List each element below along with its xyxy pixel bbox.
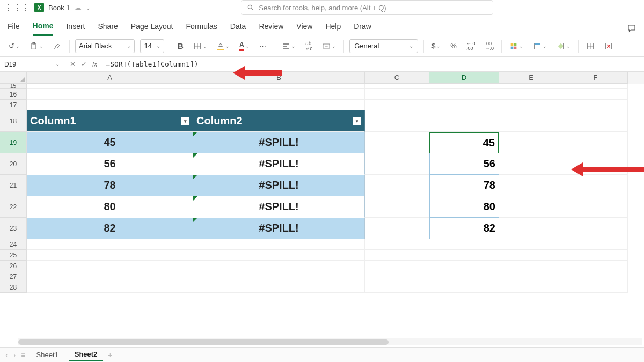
spreadsheet-grid[interactable]: A B C D E F 15 16 17 18 Column1▾ Column2… xyxy=(0,72,644,345)
currency-button[interactable]: $⌄ xyxy=(429,41,443,51)
menu-draw[interactable]: Draw xyxy=(354,22,371,35)
undo-button[interactable]: ↺⌄ xyxy=(6,41,22,51)
col-header-F[interactable]: F xyxy=(564,72,628,84)
comments-icon[interactable] xyxy=(627,24,636,33)
row-header[interactable]: 22 xyxy=(0,196,27,218)
cell[interactable] xyxy=(429,239,499,250)
cell[interactable] xyxy=(27,89,193,100)
wrap-text-button[interactable]: ab⤶c xyxy=(303,40,314,53)
sheet-nav-prev[interactable]: ‹ xyxy=(5,351,8,359)
cell[interactable] xyxy=(564,218,628,239)
cell[interactable]: 45 xyxy=(27,132,193,153)
cell[interactable] xyxy=(365,153,429,175)
cell[interactable] xyxy=(27,261,193,271)
filter-dropdown-icon[interactable]: ▾ xyxy=(353,117,361,125)
cell[interactable] xyxy=(193,261,365,271)
cell[interactable] xyxy=(564,89,628,100)
cell[interactable]: 56 xyxy=(27,153,193,175)
sheet-tab-1[interactable]: Sheet1 xyxy=(31,349,64,361)
cell[interactable] xyxy=(564,110,628,132)
borders-button[interactable]: ⌄ xyxy=(191,41,209,51)
cell[interactable] xyxy=(429,261,499,271)
font-color-button[interactable]: A⌄ xyxy=(237,40,252,52)
cell[interactable] xyxy=(365,239,429,250)
filter-dropdown-icon[interactable]: ▾ xyxy=(181,117,189,125)
cell-styles-button[interactable]: ⌄ xyxy=(554,41,573,51)
row-header[interactable]: 20 xyxy=(0,153,27,175)
font-name-select[interactable]: Arial Black⌄ xyxy=(75,39,135,53)
cell[interactable] xyxy=(365,250,429,261)
row-header[interactable]: 19 xyxy=(0,132,27,153)
cell[interactable] xyxy=(429,110,499,132)
table-header-col2[interactable]: Column2▾ xyxy=(193,110,365,132)
cell[interactable] xyxy=(27,271,193,282)
formula-input[interactable]: =SORT(Table1[Column1]) xyxy=(103,60,644,68)
menu-home[interactable]: Home xyxy=(33,21,54,36)
cell[interactable]: 56 xyxy=(429,153,499,175)
active-cell[interactable]: 45 xyxy=(429,132,499,153)
menu-file[interactable]: File xyxy=(8,22,20,35)
cell[interactable] xyxy=(365,271,429,282)
increase-decimal-button[interactable]: .00→.0 xyxy=(482,40,496,52)
cell[interactable] xyxy=(193,282,365,293)
cell[interactable] xyxy=(499,175,564,196)
cell[interactable] xyxy=(429,282,499,293)
fill-color-button[interactable]: ⌄ xyxy=(215,41,232,51)
conditional-format-button[interactable]: ⌄ xyxy=(507,41,525,51)
cell[interactable] xyxy=(429,84,499,89)
row-header[interactable]: 18 xyxy=(0,110,27,132)
cell[interactable] xyxy=(365,84,429,89)
cell[interactable]: 78 xyxy=(429,175,499,196)
cell[interactable] xyxy=(499,271,564,282)
cell[interactable]: 80 xyxy=(27,196,193,218)
workbook-name[interactable]: Book 1 xyxy=(48,4,70,12)
cell[interactable] xyxy=(564,271,628,282)
cell[interactable]: #SPILL! xyxy=(193,132,365,153)
cell[interactable] xyxy=(499,239,564,250)
cell[interactable] xyxy=(27,239,193,250)
cell[interactable] xyxy=(365,261,429,271)
row-header[interactable]: 23 xyxy=(0,218,27,239)
cell[interactable] xyxy=(564,261,628,271)
cell[interactable] xyxy=(193,84,365,89)
cell[interactable] xyxy=(499,282,564,293)
cell[interactable] xyxy=(365,100,429,110)
cell[interactable] xyxy=(193,271,365,282)
cell[interactable] xyxy=(499,132,564,153)
scrollbar-thumb[interactable] xyxy=(18,339,389,345)
cell[interactable]: #SPILL! xyxy=(193,196,365,218)
cell[interactable] xyxy=(429,250,499,261)
cell[interactable] xyxy=(429,100,499,110)
title-dropdown-icon[interactable]: ⌄ xyxy=(86,5,90,11)
fx-icon[interactable]: fx xyxy=(92,61,97,68)
menu-view[interactable]: View xyxy=(296,22,312,35)
decrease-decimal-button[interactable]: ←.0.00 xyxy=(464,40,478,52)
accept-formula-icon[interactable]: ✓ xyxy=(81,60,87,68)
cell[interactable]: 82 xyxy=(27,218,193,239)
col-header-D[interactable]: D xyxy=(429,72,499,84)
menu-insert[interactable]: Insert xyxy=(66,22,85,35)
cell[interactable] xyxy=(365,218,429,239)
cell[interactable] xyxy=(499,218,564,239)
cell[interactable] xyxy=(27,100,193,110)
row-header[interactable]: 28 xyxy=(0,282,27,293)
row-header[interactable]: 16 xyxy=(0,89,27,100)
name-box[interactable]: D19 ⌄ xyxy=(0,61,64,68)
app-launcher-icon[interactable]: ⋮⋮⋮ xyxy=(4,3,30,13)
format-painter-button[interactable] xyxy=(51,41,64,51)
horizontal-scrollbar[interactable] xyxy=(18,338,642,345)
row-header[interactable]: 24 xyxy=(0,239,27,250)
col-header-C[interactable]: C xyxy=(365,72,429,84)
cell[interactable] xyxy=(365,196,429,218)
menu-share[interactable]: Share xyxy=(98,22,118,35)
cell[interactable] xyxy=(499,100,564,110)
col-header-A[interactable]: A xyxy=(27,72,193,84)
cell[interactable] xyxy=(193,239,365,250)
cell[interactable] xyxy=(365,110,429,132)
row-header[interactable]: 21 xyxy=(0,175,27,196)
cell[interactable] xyxy=(564,196,628,218)
cell[interactable]: 82 xyxy=(429,218,499,239)
cell[interactable]: #SPILL! xyxy=(193,153,365,175)
cell[interactable]: 78 xyxy=(27,175,193,196)
cell[interactable] xyxy=(365,89,429,100)
